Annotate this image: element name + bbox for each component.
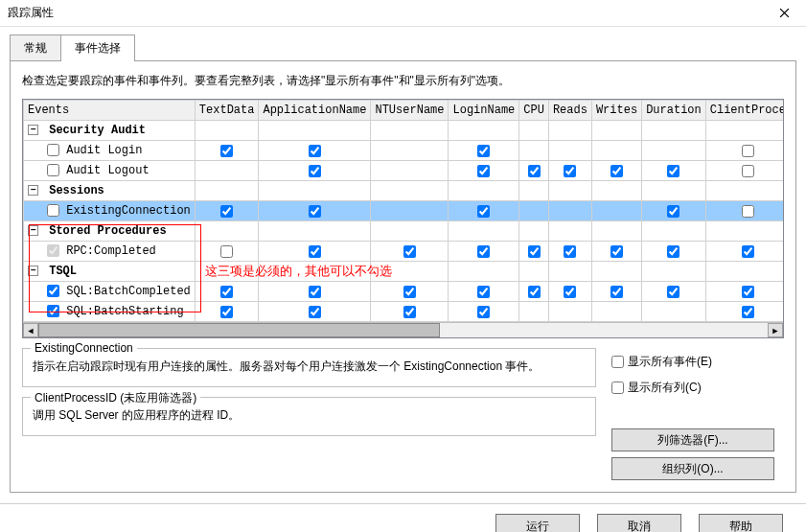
event-checkbox[interactable] xyxy=(403,245,416,258)
column-header-loginname[interactable]: LoginName xyxy=(449,101,519,121)
event-checkbox[interactable] xyxy=(403,286,416,298)
event-checkbox[interactable] xyxy=(47,305,59,317)
event-checkbox[interactable] xyxy=(742,165,754,177)
table-row[interactable]: Audit Login xyxy=(24,141,784,161)
group-label: TSQL xyxy=(42,265,77,278)
column-header-textdata[interactable]: TextData xyxy=(195,101,259,121)
events-grid-container: 这三项是必须的，其他可以不勾选 EventsTextDataApplicatio… xyxy=(22,99,784,338)
column-header-events[interactable]: Events xyxy=(24,101,196,121)
event-checkbox[interactable] xyxy=(564,245,576,258)
scroll-track[interactable] xyxy=(38,323,768,337)
scroll-right-button[interactable]: ► xyxy=(768,323,783,337)
show-all-events-label: 显示所有事件(E) xyxy=(628,354,712,370)
collapse-icon[interactable]: − xyxy=(28,185,38,196)
event-checkbox[interactable] xyxy=(667,205,679,218)
event-checkbox[interactable] xyxy=(220,286,233,298)
tab-general[interactable]: 常规 xyxy=(10,35,61,61)
help-button[interactable]: 帮助 xyxy=(699,514,783,532)
events-grid[interactable]: EventsTextDataApplicationNameNTUserNameL… xyxy=(23,100,783,322)
event-checkbox[interactable] xyxy=(610,286,623,298)
event-checkbox[interactable] xyxy=(610,245,623,258)
event-checkbox[interactable] xyxy=(564,165,576,177)
show-all-events-checkbox[interactable] xyxy=(611,356,624,368)
event-checkbox[interactable] xyxy=(309,306,321,318)
scroll-left-button[interactable]: ◄ xyxy=(23,323,38,337)
event-checkbox[interactable] xyxy=(47,144,59,156)
show-all-events-option[interactable]: 显示所有事件(E) xyxy=(611,354,784,370)
event-checkbox[interactable] xyxy=(309,165,321,177)
tab-events[interactable]: 事件选择 xyxy=(60,35,135,61)
table-row[interactable]: ExistingConnection xyxy=(24,201,784,221)
event-checkbox[interactable] xyxy=(403,306,416,318)
event-checkbox[interactable] xyxy=(477,145,490,157)
column-header-cpu[interactable]: CPU xyxy=(519,101,549,121)
table-row[interactable]: SQL:BatchCompleted xyxy=(24,282,784,302)
event-checkbox[interactable] xyxy=(667,165,679,177)
event-checkbox[interactable] xyxy=(477,165,490,177)
column-header-writes[interactable]: Writes xyxy=(591,101,641,121)
collapse-icon[interactable]: − xyxy=(28,125,38,135)
event-checkbox[interactable] xyxy=(528,286,541,298)
event-checkbox[interactable] xyxy=(309,145,321,157)
event-checkbox[interactable] xyxy=(477,306,490,318)
instruction-text: 检查选定要跟踪的事件和事件列。要查看完整列表，请选择"显示所有事件"和"显示所有… xyxy=(22,73,784,89)
event-checkbox[interactable] xyxy=(742,286,754,298)
collapse-icon[interactable]: − xyxy=(28,266,38,276)
column-filter-button[interactable]: 列筛选器(F)... xyxy=(611,428,774,451)
description-groupbox: ExistingConnection 指示在启动跟踪时现有用户连接的属性。服务器… xyxy=(22,348,596,387)
event-checkbox[interactable] xyxy=(220,306,233,318)
run-button[interactable]: 运行 xyxy=(495,514,580,532)
table-row[interactable]: − Sessions xyxy=(24,181,784,201)
event-checkbox[interactable] xyxy=(564,286,576,298)
event-checkbox[interactable] xyxy=(477,205,490,218)
column-header-reads[interactable]: Reads xyxy=(548,101,591,121)
event-checkbox[interactable] xyxy=(667,245,679,258)
scroll-thumb[interactable] xyxy=(38,323,440,337)
event-checkbox[interactable] xyxy=(610,165,623,177)
event-checkbox[interactable] xyxy=(742,306,754,318)
column-header-applicationname[interactable]: ApplicationName xyxy=(259,101,371,121)
event-checkbox[interactable] xyxy=(220,205,233,218)
horizontal-scrollbar[interactable]: ◄ ► xyxy=(23,322,783,337)
event-checkbox[interactable] xyxy=(220,245,233,258)
column-header-duration[interactable]: Duration xyxy=(642,101,706,121)
window-close-button[interactable] xyxy=(763,0,806,27)
event-checkbox[interactable] xyxy=(667,286,679,298)
show-all-columns-checkbox[interactable] xyxy=(611,382,624,394)
organize-columns-button[interactable]: 组织列(O)... xyxy=(611,457,774,480)
event-checkbox[interactable] xyxy=(309,245,321,258)
event-checkbox[interactable] xyxy=(47,164,59,176)
event-checkbox[interactable] xyxy=(477,286,490,298)
table-row[interactable]: SQL:BatchStarting xyxy=(24,302,784,322)
group-label: Security Audit xyxy=(42,124,146,137)
table-row[interactable]: − TSQL xyxy=(24,262,784,282)
column-header-clientproce[interactable]: ClientProce xyxy=(705,101,783,121)
event-checkbox[interactable] xyxy=(742,205,754,218)
event-label: Audit Login xyxy=(59,144,142,157)
column-header-ntusername[interactable]: NTUserName xyxy=(371,101,449,121)
close-icon xyxy=(779,8,790,18)
table-row[interactable]: Audit Logout xyxy=(24,161,784,181)
event-checkbox[interactable] xyxy=(477,245,490,258)
event-checkbox[interactable] xyxy=(47,204,59,217)
table-row[interactable]: − Stored Procedures xyxy=(24,221,784,242)
filter-groupbox: ClientProcessID (未应用筛选器) 调用 SQL Server 的… xyxy=(22,397,596,436)
table-row[interactable]: − Security Audit xyxy=(24,121,784,141)
dialog-footer: 运行 取消 帮助 xyxy=(0,503,806,532)
filter-title: ClientProcessID (未应用筛选器) xyxy=(31,390,200,406)
event-checkbox[interactable] xyxy=(47,244,59,257)
event-checkbox[interactable] xyxy=(309,286,321,298)
collapse-icon[interactable]: − xyxy=(28,225,38,236)
filter-text: 调用 SQL Server 的应用程序的进程 ID。 xyxy=(33,407,586,424)
table-row[interactable]: RPC:Completed xyxy=(24,242,784,262)
event-checkbox[interactable] xyxy=(528,165,541,177)
event-checkbox[interactable] xyxy=(742,245,754,258)
event-checkbox[interactable] xyxy=(220,145,233,157)
event-checkbox[interactable] xyxy=(309,205,321,218)
show-all-columns-option[interactable]: 显示所有列(C) xyxy=(611,380,784,396)
event-checkbox[interactable] xyxy=(742,145,754,157)
cancel-button[interactable]: 取消 xyxy=(597,514,681,532)
event-checkbox[interactable] xyxy=(47,285,59,297)
group-label: Stored Procedures xyxy=(42,224,167,238)
event-checkbox[interactable] xyxy=(528,245,541,258)
